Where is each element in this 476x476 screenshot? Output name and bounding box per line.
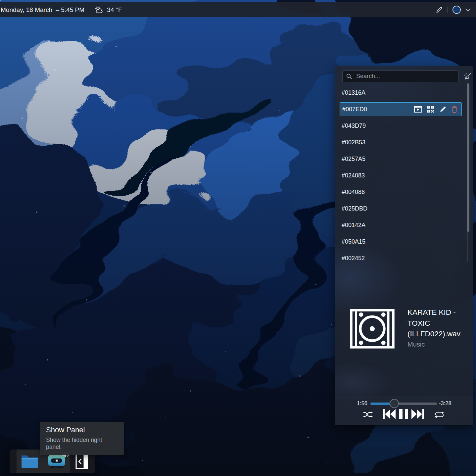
skip-backward-icon [383, 409, 396, 419]
search-field[interactable] [342, 71, 459, 82]
track-source: Music [407, 341, 467, 348]
clipboard-item-actions [414, 106, 457, 113]
track-title: KARATE KID - TOXIC (ILLFD022).wav [407, 307, 467, 340]
clipboard-item-text: #002452 [342, 255, 365, 262]
weather-temp: 34 °F [107, 6, 122, 14]
clipboard-item-text: #025DBD [342, 205, 367, 212]
seek-slider[interactable] [370, 403, 437, 405]
partly-cloudy-icon [94, 6, 104, 14]
clipboard-item[interactable]: #0257A5 [335, 151, 466, 167]
clipboard-list: #01316A #007ED0 [335, 84, 466, 264]
clipboard-item[interactable]: #01316A [335, 84, 466, 101]
clock-widget[interactable]: Monday, 18 March – 5:45 PM [1, 6, 84, 14]
previous-button[interactable] [383, 409, 396, 419]
tooltip-subtitle: Show the hidden right panel. [46, 437, 118, 451]
next-button[interactable] [411, 409, 424, 419]
skip-forward-icon [411, 409, 424, 419]
tooltip: Show Panel Show the hidden right panel. [40, 422, 124, 455]
search-icon [346, 73, 353, 80]
invoke-action-icon[interactable] [414, 106, 422, 113]
clipboard-item-text: #00142A [342, 222, 365, 229]
search-input[interactable] [356, 72, 455, 80]
clipboard-item[interactable]: #004086 [335, 184, 466, 200]
show-panel-icon [75, 454, 88, 469]
media-buttons [335, 408, 473, 421]
media-controls-section: 1:56 -3:28 [335, 396, 473, 425]
tray-separator [448, 7, 448, 13]
clipboard-item[interactable]: #00142A [335, 217, 466, 233]
edit-icon[interactable] [439, 106, 447, 113]
clipboard-item[interactable]: #024083 [335, 167, 466, 184]
clipboard-item-text: #024083 [342, 172, 365, 179]
seek-handle[interactable] [390, 399, 399, 408]
clipboard-item[interactable]: #025DBD [335, 200, 466, 217]
show-panel-button[interactable] [75, 454, 88, 469]
elapsed-time: 1:56 [335, 400, 367, 406]
top-panel: Monday, 18 March – 5:45 PM 34 °F [0, 2, 476, 17]
clipboard-item[interactable]: #002452 [335, 250, 466, 264]
clipboard-panel: #01316A #007ED0 [335, 66, 473, 425]
repeat-icon [434, 411, 445, 419]
track-info: KARATE KID - TOXIC (ILLFD022).wav Music [407, 307, 467, 348]
folder-icon [21, 454, 39, 469]
clipboard-item-text: #043D79 [342, 122, 366, 129]
broom-icon [463, 72, 472, 81]
pause-button[interactable] [399, 409, 408, 419]
qr-code-icon[interactable] [427, 106, 434, 113]
wallpaper-speckles [0, 0, 1, 1]
tooltip-title: Show Panel [46, 426, 118, 434]
clipboard-item-text: #0257A5 [342, 156, 365, 163]
shuffle-button[interactable] [363, 410, 373, 418]
clear-history-icon[interactable] [463, 72, 472, 81]
pen-icon[interactable] [435, 6, 443, 14]
clipboard-item-selected[interactable]: #007ED0 [340, 102, 462, 116]
clipboard-item[interactable]: #002B53 [335, 134, 466, 151]
delete-icon[interactable] [452, 106, 457, 113]
clipboard-item-text: #01316A [342, 89, 365, 96]
pause-icon [399, 409, 408, 419]
clipboard-item-text: #002B53 [342, 139, 365, 146]
weather-widget[interactable]: 34 °F [94, 6, 122, 14]
color-circle-icon[interactable] [452, 6, 461, 14]
clipboard-item[interactable]: #043D79 [335, 118, 466, 134]
clipboard-item-text: #004086 [342, 189, 365, 196]
clipboard-item-text: #007ED0 [342, 106, 367, 113]
chevron-down-icon[interactable] [465, 8, 471, 12]
album-art-icon [350, 309, 395, 349]
desktop: Monday, 18 March – 5:45 PM 34 °F [0, 0, 476, 476]
repeat-button[interactable] [434, 411, 445, 419]
clipboard-item-text: #050A15 [342, 238, 365, 245]
clipboard-item[interactable]: #050A15 [335, 233, 466, 250]
remaining-time: -3:28 [439, 400, 452, 406]
system-tray [435, 6, 471, 14]
scrollbar-thumb[interactable] [467, 83, 469, 232]
task-file-manager[interactable] [17, 450, 43, 473]
shuffle-icon [363, 410, 373, 418]
